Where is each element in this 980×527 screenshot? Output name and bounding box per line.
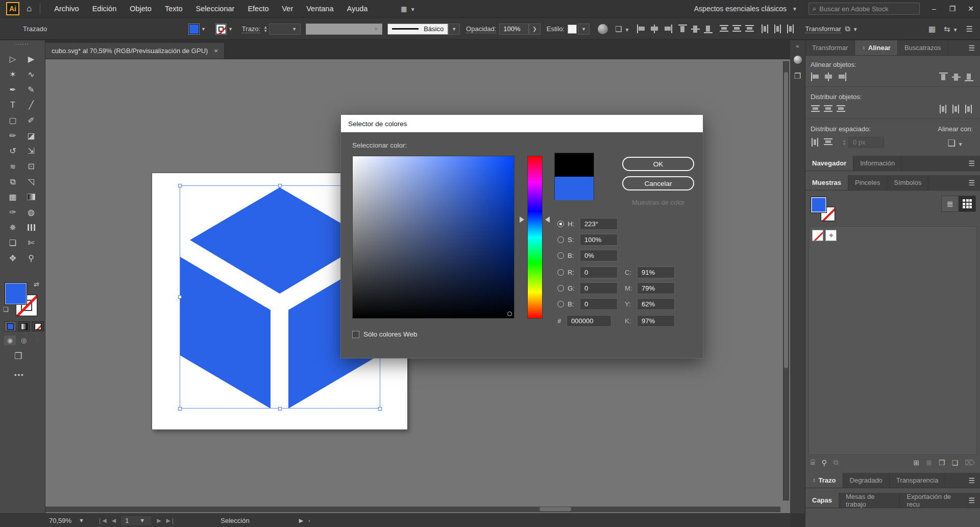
control-bar-menu-icon[interactable]: ☰ [966, 25, 973, 34]
paintbrush-tool[interactable]: ✐ [23, 114, 39, 126]
panel-grip[interactable]: ▪▪▪▪▪▪ [0, 40, 45, 46]
s-field[interactable]: 100% [580, 234, 618, 246]
scrollbar-thumb[interactable] [784, 72, 788, 368]
tab-buscatrazos[interactable]: Buscatrazos [898, 40, 948, 55]
align-top-icon[interactable] [939, 73, 949, 81]
selection-handle[interactable] [178, 295, 182, 299]
distribute-v-center-icon[interactable] [824, 105, 834, 113]
align-left-icon[interactable] [811, 73, 821, 81]
brush-definition-dropdown[interactable]: Básico [387, 23, 448, 35]
distribute-right-icon[interactable] [965, 105, 974, 113]
home-icon[interactable]: ⌂ [27, 4, 32, 14]
selection-handle[interactable] [178, 407, 182, 411]
grid-view-button[interactable] [959, 196, 976, 212]
color-field-marker[interactable] [507, 312, 512, 316]
tab-alinear[interactable]: ⇕Alinear [855, 40, 898, 55]
fill-color-swatch[interactable] [189, 24, 199, 34]
align-right-icon[interactable] [663, 25, 672, 33]
none-button[interactable] [32, 321, 44, 331]
scale-tool[interactable]: ⇲ [23, 145, 39, 157]
panel-menu-icon[interactable]: ☰ [968, 40, 980, 55]
swatch-kinds-icon[interactable]: ⊞ [914, 459, 920, 467]
zoom-tool[interactable]: ⚲ [23, 252, 39, 264]
swatch-none[interactable] [812, 230, 823, 241]
selection-handle[interactable] [178, 184, 182, 187]
swatch-search-icon[interactable]: ⚲ [821, 459, 826, 467]
shape-builder-tool[interactable]: ⧉ [5, 176, 21, 187]
symbol-sprayer-tool[interactable]: ✵ [5, 222, 21, 233]
distribute-right-icon[interactable] [787, 25, 796, 33]
panels-dock-icon[interactable]: ❐ [792, 70, 803, 82]
restore-button[interactable]: ❐ [943, 0, 962, 18]
align-h-center-icon[interactable] [650, 25, 659, 33]
distribute-top-icon[interactable] [811, 105, 821, 113]
width-tool[interactable]: ≋ [5, 160, 21, 172]
align-v-center-icon[interactable] [691, 25, 701, 33]
opacity-expand-button[interactable]: ❯ [529, 23, 540, 35]
opacity-link[interactable]: Opacidad: [466, 25, 496, 33]
pen-tool[interactable]: ✒ [5, 84, 21, 95]
cancel-button[interactable]: Cancelar [622, 176, 694, 190]
tab-transformar[interactable]: Transformar [805, 40, 855, 55]
v-distribute-space-icon[interactable] [811, 138, 821, 147]
distribute-h-center-icon[interactable] [952, 105, 962, 113]
color-field[interactable] [352, 156, 514, 319]
arrange-documents-icon[interactable]: ▦▼ [401, 5, 415, 13]
default-fill-stroke-icon[interactable]: ❏ [3, 306, 9, 313]
workspace-switcher[interactable]: Aspectos esenciales clásicos [694, 5, 787, 13]
close-button[interactable]: ✕ [962, 0, 980, 18]
gradient-button[interactable] [18, 321, 30, 331]
transform-link[interactable]: Transformar [805, 25, 841, 33]
distribute-v-center-icon[interactable] [732, 25, 742, 33]
perspective-grid-tool[interactable]: ◹ [23, 176, 39, 187]
b-radio[interactable] [557, 252, 564, 259]
b2-radio[interactable] [557, 301, 564, 307]
swatch-registration[interactable]: ⌖ [825, 230, 837, 241]
list-view-button[interactable]: ≣ [941, 196, 959, 212]
hue-slider[interactable] [527, 156, 543, 319]
edit-toolbar-icon[interactable]: ••• [14, 371, 24, 379]
align-bottom-icon[interactable] [965, 73, 974, 81]
h-radio[interactable] [557, 221, 564, 227]
zoom-dropdown-icon[interactable]: ▼ [79, 517, 84, 523]
menu-edicion[interactable]: Edición [92, 5, 117, 13]
curvature-tool[interactable]: ✎ [23, 84, 39, 95]
distribute-bottom-icon[interactable] [837, 105, 846, 113]
selection-handle[interactable] [278, 407, 282, 411]
panel-menu-icon[interactable]: ☰ [968, 493, 980, 508]
selection-tool[interactable]: ▶ [23, 53, 39, 65]
selection-handle[interactable] [378, 407, 382, 411]
artboard-tool[interactable]: ❏ [5, 237, 21, 249]
panel-menu-icon[interactable]: ☰ [968, 175, 980, 190]
panel-grid-icon[interactable]: ▦ [928, 25, 936, 34]
tab-muestras[interactable]: Muestras [805, 175, 848, 190]
g-radio[interactable] [557, 285, 564, 292]
fill-stroke-proxy[interactable] [810, 196, 839, 222]
next-artboard-icon[interactable]: ▶ [157, 517, 161, 524]
distribute-h-center-icon[interactable] [774, 25, 783, 33]
align-top-icon[interactable] [678, 25, 688, 33]
line-segment-tool[interactable]: ╱ [23, 99, 39, 111]
hue-slider-arrow-right[interactable] [545, 217, 550, 223]
opacity-field[interactable]: 100% [499, 23, 529, 35]
distribute-left-icon[interactable] [939, 105, 949, 113]
mesh-tool[interactable]: ▦ [5, 191, 21, 203]
stroke-width-field[interactable]: ▼ [269, 23, 301, 35]
hue-slider-arrow-left[interactable] [520, 217, 524, 223]
align-v-center-icon[interactable] [952, 73, 962, 81]
align-left-icon[interactable] [637, 25, 647, 33]
swatch-libraries-icon[interactable]: ⌸ [811, 458, 815, 467]
type-tool[interactable]: T [5, 99, 21, 111]
draw-behind-icon[interactable]: ◎ [18, 336, 30, 345]
navigator-dock-icon[interactable] [792, 54, 803, 65]
search-input[interactable]: ⌕ Buscar en Adobe Stock [808, 3, 920, 15]
direct-selection-tool[interactable]: ▷ [5, 53, 21, 65]
h-distribute-space-icon[interactable] [824, 138, 834, 147]
artboard-number-field[interactable]: 1 ▼ [120, 515, 152, 526]
artboard-dropdown-icon[interactable]: ▼ [139, 517, 145, 523]
ok-button[interactable]: OK [622, 157, 694, 171]
h-field[interactable]: 223° [580, 218, 618, 230]
stroke-color-swatch[interactable] [216, 24, 226, 34]
chevron-down-icon[interactable]: ▼ [201, 27, 206, 32]
distribute-left-icon[interactable] [761, 25, 771, 33]
